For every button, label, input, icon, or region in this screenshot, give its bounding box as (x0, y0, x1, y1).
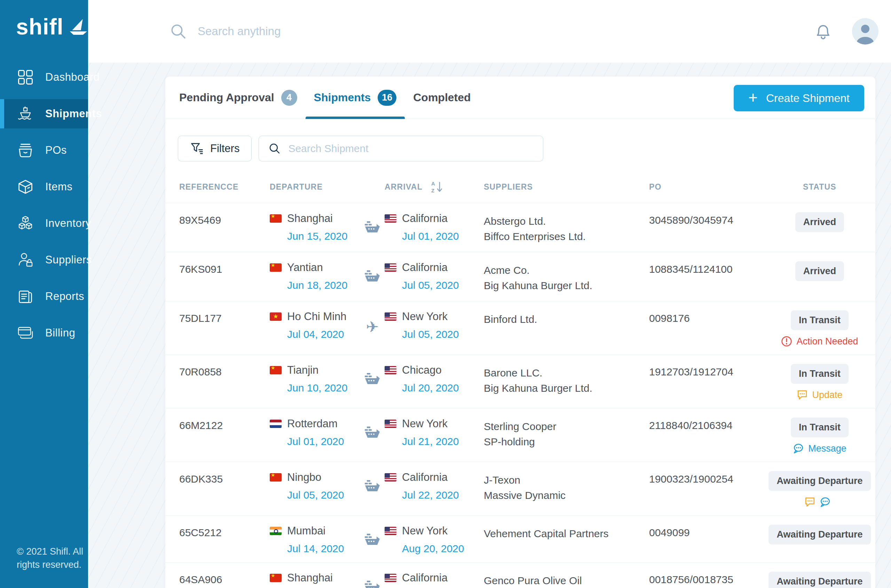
table-header: REFERENCCE DEPARTURE ARRIVAL A Z SUPPLIE… (165, 171, 875, 203)
arrival-flag-icon (385, 214, 397, 223)
avatar[interactable] (852, 18, 879, 45)
po-cell: 0098176 (649, 310, 764, 347)
shipment-search (258, 136, 543, 162)
shipment-search-input[interactable] (288, 142, 534, 154)
global-search (169, 22, 814, 40)
arrival-date[interactable]: Aug 20, 2020 (402, 543, 484, 555)
sidebar-item-items[interactable]: Items (0, 172, 88, 201)
status-badge: In Transit (791, 364, 849, 384)
departure-date[interactable]: Jun 10, 2020 (287, 382, 360, 394)
status-badge: In Transit (791, 417, 849, 437)
suppliers-cell: Abstergo Ltd. Biffco Enterprises Ltd. (484, 212, 649, 244)
arrival-date[interactable]: Jul 05, 2020 (402, 328, 484, 340)
table-row[interactable]: 75DL177 Ho Chi Minh Jul 04, 2020 (165, 301, 875, 355)
reference-cell: 65C5212 (179, 525, 270, 555)
arrival-date[interactable]: Jul 20, 2020 (402, 382, 484, 394)
arrival-date[interactable]: Jul 21, 2020 (402, 436, 484, 447)
sidebar-item-suppliers[interactable]: Suppliers (0, 245, 88, 274)
tab-pending[interactable]: Pending Approval 4 (171, 76, 306, 118)
table-row[interactable]: 89X5469 Shanghai Jun 15, 2020 (165, 203, 875, 252)
suppliers-cell: Vehement Capital Partners (484, 525, 649, 555)
status-extra[interactable]: Update (797, 389, 842, 400)
table-row[interactable]: 65C5212 Mumbai Jul 14, 2020 (165, 516, 875, 562)
suppliers-cell: Acme Co. Big Kahuna Burger Ltd. (484, 261, 649, 293)
sort-az-icon[interactable]: A Z (430, 180, 444, 194)
table-row[interactable]: 66M2122 Rotterdam Jul 01, 2020 (165, 408, 875, 462)
departure-date[interactable]: Jun 18, 2020 (287, 279, 360, 291)
departure-cell: Ningbo Jul 05, 2020 (270, 471, 360, 508)
arrival-cell: New York Aug 20, 2020 (385, 525, 484, 555)
arrival-cell: New York Jul 21, 2020 (385, 417, 484, 454)
departure-date[interactable]: Jul 01, 2020 (287, 436, 360, 447)
transport-cell: ✈ (360, 364, 385, 400)
col-status: STATUS (764, 182, 875, 192)
transport-cell: ✈ (360, 212, 385, 244)
table-row[interactable]: 66DK335 Ningbo Jul 05, 2020 (165, 462, 875, 516)
departure-date[interactable]: Jul 05, 2020 (287, 489, 360, 501)
shipments-icon (17, 106, 33, 122)
arrival-cell: California Jul 01, 2020 (385, 212, 484, 244)
global-search-input[interactable] (198, 25, 511, 38)
message-bubble-icon (793, 443, 804, 454)
sidebar-item-dashboard[interactable]: Dashboard (0, 63, 88, 92)
departure-date[interactable]: Jun 15, 2020 (287, 230, 360, 242)
tab-shipments[interactable]: Shipments 16 (306, 76, 405, 118)
status-extra[interactable] (804, 496, 835, 508)
col-po: PO (649, 182, 764, 192)
table-row[interactable]: 70R0858 Tianjin Jun 10, 2020 (165, 355, 875, 408)
transport-cell: ✈ (360, 261, 385, 293)
departure-flag-icon (270, 574, 282, 582)
arrival-date[interactable]: Jul 01, 2020 (402, 230, 484, 242)
departure-cell: Rotterdam Jul 01, 2020 (270, 417, 360, 454)
search-icon (268, 142, 281, 155)
status-cell: Awaiting Departure (764, 525, 875, 555)
arrival-date[interactable]: Jul 05, 2020 (402, 279, 484, 291)
departure-date[interactable]: Jul 04, 2020 (287, 328, 360, 340)
create-shipment-button[interactable]: + Create Shipment (734, 85, 864, 111)
po-cell: 0049099 (649, 525, 764, 555)
sidebar-item-inventory[interactable]: Inventory (0, 209, 88, 238)
filter-row: Filters (178, 136, 875, 162)
sidebar-item-reports[interactable]: Reports (0, 282, 88, 311)
logo[interactable]: shifl (16, 14, 88, 40)
reports-icon (17, 288, 33, 304)
status-extra[interactable]: Message (793, 443, 846, 454)
reference-cell: 66M2122 (179, 417, 270, 454)
departure-cell: Mumbai Jul 14, 2020 (270, 525, 360, 555)
sidebar-item-pos[interactable]: POs (0, 136, 88, 165)
reference-cell: 75DL177 (179, 310, 270, 347)
table-row[interactable]: 76KS091 Yantian Jun 18, 2020 (165, 252, 875, 301)
status-badge: Arrived (795, 212, 844, 232)
arrival-cell: Chicago Jul 20, 2020 (385, 364, 484, 400)
topbar (88, 0, 891, 63)
status-extra[interactable]: Action Needed (781, 336, 858, 347)
notifications-bell-icon[interactable] (814, 22, 832, 41)
sidebar-item-billing[interactable]: Billing (0, 318, 88, 348)
po-cell: 1900323/1900254 (649, 471, 764, 508)
col-suppliers: SUPPLIERS (484, 182, 649, 192)
search-icon (169, 22, 187, 40)
content-area: Pending Approval 4 Shipments 16 Complete… (88, 0, 891, 588)
arrival-date[interactable]: Jul 22, 2020 (402, 489, 484, 501)
departure-flag-icon (270, 420, 282, 428)
tab-completed[interactable]: Completed (405, 76, 479, 118)
table-row[interactable]: 64SA906 Shanghai ✈ (165, 562, 875, 588)
departure-flag-icon (270, 312, 282, 321)
status-cell: Arrived (764, 212, 875, 244)
filters-button[interactable]: Filters (178, 136, 252, 162)
sidebar-item-shipments[interactable]: Shipments (0, 99, 88, 128)
departure-cell: Shanghai (270, 572, 360, 588)
svg-text:A: A (431, 181, 436, 186)
departure-cell: Yantian Jun 18, 2020 (270, 261, 360, 293)
departure-date[interactable]: Jul 14, 2020 (287, 543, 360, 555)
po-cell: 2118840/2106394 (649, 417, 764, 454)
tab-badge: 16 (378, 90, 397, 106)
dashboard-icon (17, 69, 33, 85)
arrival-cell: California (385, 572, 484, 588)
reference-cell: 64SA906 (179, 572, 270, 588)
pos-icon (17, 142, 33, 158)
status-cell: Awaiting Departure (764, 471, 875, 508)
user-icon (852, 18, 879, 45)
departure-cell: Tianjin Jun 10, 2020 (270, 364, 360, 400)
update-bubble-icon (804, 496, 816, 508)
